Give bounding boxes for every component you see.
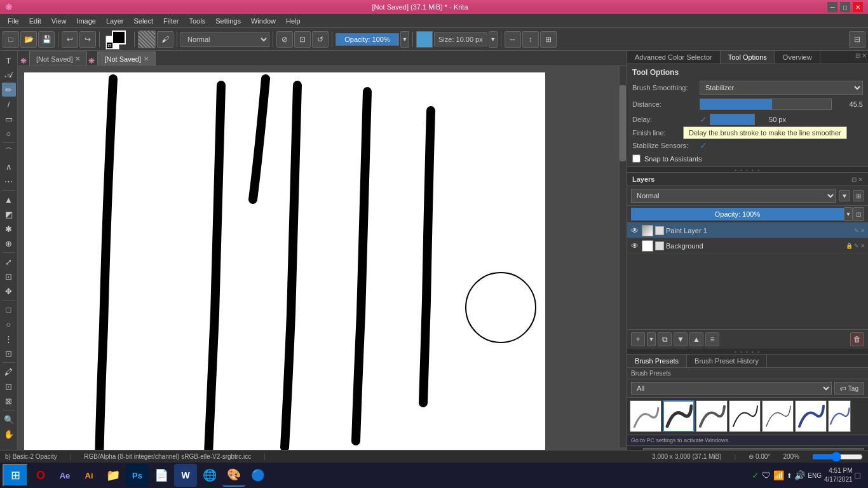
- taskbar-app-icon[interactable]: 🔵: [247, 464, 269, 487]
- foreground-color-swatch[interactable]: [112, 30, 126, 44]
- layers-add-filter-button[interactable]: ⊞: [853, 190, 864, 201]
- transform-tool-button[interactable]: ⤢: [2, 255, 16, 269]
- size-down-button[interactable]: ▼: [489, 31, 498, 48]
- open-button[interactable]: 📂: [20, 31, 37, 48]
- document-canvas[interactable]: [24, 72, 545, 455]
- brush-item-1[interactable]: [630, 400, 661, 432]
- menu-window[interactable]: Window: [246, 16, 281, 26]
- tray-language[interactable]: ENG: [808, 472, 822, 479]
- line-tool-button[interactable]: /: [2, 97, 16, 111]
- tab-overview[interactable]: Overview: [775, 51, 820, 64]
- brush-item-3[interactable]: [696, 400, 728, 432]
- redo-button[interactable]: ↪: [79, 31, 96, 48]
- choose-workspace-button[interactable]: ⊟: [849, 31, 865, 48]
- layers-more-icon[interactable]: ✕: [858, 176, 863, 183]
- canvas-wrapper[interactable]: [18, 66, 627, 455]
- shape-tool-button[interactable]: 𝒜: [2, 68, 16, 82]
- brush-preset-history-tab[interactable]: Brush Preset History: [687, 355, 767, 367]
- brush-filter-select[interactable]: All Ink Paint: [631, 382, 832, 395]
- vscroll-thumb[interactable]: [620, 85, 626, 161]
- opacity-bar[interactable]: Opacity: 100%: [336, 33, 399, 46]
- brush-item-6[interactable]: [795, 400, 827, 432]
- layer-edit-icon-1[interactable]: ✎: [854, 227, 859, 234]
- mirror-v-button[interactable]: ↕: [522, 31, 539, 48]
- zoom-tool-button[interactable]: 🔍: [2, 412, 16, 426]
- distance-slider[interactable]: [700, 98, 832, 110]
- freehand-brush-button[interactable]: ✏: [2, 83, 16, 97]
- rectangle-tool-button[interactable]: ▭: [2, 112, 16, 126]
- alpha-lock-button[interactable]: ⊡: [294, 31, 311, 48]
- layer-properties-button[interactable]: ≡: [705, 332, 719, 346]
- sync-button[interactable]: ↺: [312, 31, 329, 48]
- taskbar-edge-icon[interactable]: 🌐: [198, 464, 221, 487]
- pattern-button[interactable]: [138, 30, 156, 48]
- multibrush-tool-button[interactable]: ✱: [2, 222, 16, 236]
- menu-edit[interactable]: Edit: [24, 16, 46, 26]
- layer-visibility-icon-bg[interactable]: 👁: [630, 241, 640, 251]
- color-selector[interactable]: ⇄: [105, 29, 128, 50]
- close-button[interactable]: ✕: [853, 2, 863, 12]
- maximize-button[interactable]: □: [840, 2, 850, 12]
- brush-smoothing-select[interactable]: None Basic Weighted Stabilizer: [700, 81, 863, 95]
- layer-row-background[interactable]: 👁 Background 🔒 ✎ ✕: [627, 238, 868, 254]
- text-tool-button[interactable]: T: [2, 53, 16, 67]
- blend-mode-select[interactable]: Normal Multiply Screen Overlay: [180, 32, 269, 47]
- move-down-button[interactable]: ▼: [674, 332, 688, 346]
- taskbar-pdf-icon[interactable]: 📄: [150, 464, 173, 487]
- tab-2[interactable]: [Not Saved] ✕: [97, 51, 155, 65]
- taskbar-ai-icon[interactable]: Ai: [78, 464, 100, 487]
- freehand-path-button[interactable]: ⋯: [2, 174, 16, 188]
- duplicate-layer-button[interactable]: ⧉: [658, 332, 672, 346]
- snap-to-assistants-checkbox[interactable]: [632, 154, 641, 163]
- taskbar-krita-icon[interactable]: 🎨: [222, 464, 245, 487]
- taskbar-explorer-icon[interactable]: 📁: [102, 464, 125, 487]
- opacity-down-button[interactable]: ▼: [400, 31, 409, 48]
- elliptical-selection-button[interactable]: ○: [2, 317, 16, 331]
- tray-checkmark-icon[interactable]: ✓: [752, 470, 759, 480]
- brush-item-2[interactable]: [663, 400, 695, 432]
- tab-advanced-color[interactable]: Advanced Color Selector: [627, 51, 721, 64]
- brush-size-preview[interactable]: [416, 31, 433, 48]
- add-layer-button[interactable]: +: [631, 332, 645, 346]
- tray-up-icon[interactable]: ⬆: [787, 472, 792, 479]
- crop-tool-button[interactable]: ⊡: [2, 269, 16, 283]
- vertical-scrollbar[interactable]: [619, 66, 627, 447]
- new-document-button[interactable]: □: [3, 31, 19, 48]
- layer-delete-icon-bg[interactable]: ✕: [860, 243, 865, 249]
- menu-help[interactable]: Help: [281, 16, 306, 26]
- menu-view[interactable]: View: [46, 16, 72, 26]
- brush-tag-button[interactable]: 🏷 Tag: [834, 382, 864, 395]
- menu-select[interactable]: Select: [128, 16, 158, 26]
- layer-edit-icon-bg[interactable]: ✎: [854, 243, 859, 249]
- tray-notification-icon[interactable]: □: [855, 470, 860, 480]
- delay-slider[interactable]: [710, 114, 755, 125]
- wrap-button[interactable]: ⊞: [540, 31, 557, 48]
- tab-1-close[interactable]: ✕: [75, 55, 80, 62]
- taskbar-ps-icon[interactable]: Ps: [126, 464, 149, 487]
- taskbar-opera-icon[interactable]: O: [29, 464, 52, 487]
- gradient-tool-button[interactable]: ◩: [2, 207, 16, 221]
- brush-item-4[interactable]: [729, 400, 761, 432]
- size-display[interactable]: Size: 10.00 px: [434, 32, 487, 46]
- swap-colors-icon[interactable]: ⇄: [107, 43, 112, 48]
- layers-opacity-bar[interactable]: Opacity: 100%: [631, 208, 844, 220]
- pan-tool-button[interactable]: ✋: [2, 427, 16, 441]
- tab-1[interactable]: [Not Saved] ✕: [29, 51, 87, 65]
- rotation-down-icon[interactable]: ⊖: [749, 453, 754, 460]
- layer-lock-icon-bg[interactable]: 🔒: [846, 243, 853, 249]
- brush-presets-tab[interactable]: Brush Presets: [627, 355, 687, 367]
- menu-settings[interactable]: Settings: [210, 16, 246, 26]
- menu-file[interactable]: File: [3, 16, 24, 26]
- detach-icon[interactable]: ⊟: [855, 52, 860, 62]
- menu-tools[interactable]: Tools: [184, 16, 211, 26]
- layers-options-button[interactable]: ⊡: [853, 207, 864, 221]
- delete-layer-button[interactable]: 🗑: [850, 332, 864, 346]
- polyline-tool-button[interactable]: ∧: [2, 159, 16, 173]
- move-up-button[interactable]: ▲: [689, 332, 703, 346]
- layer-visibility-icon-1[interactable]: 👁: [630, 226, 640, 236]
- erase-button[interactable]: ⊘: [276, 31, 293, 48]
- ellipse-tool-button[interactable]: ○: [2, 126, 16, 140]
- bezier-tool-button[interactable]: ⌒: [2, 145, 16, 159]
- clone-tool-button[interactable]: ⊕: [2, 236, 16, 250]
- rectangular-selection-button[interactable]: □: [2, 302, 16, 316]
